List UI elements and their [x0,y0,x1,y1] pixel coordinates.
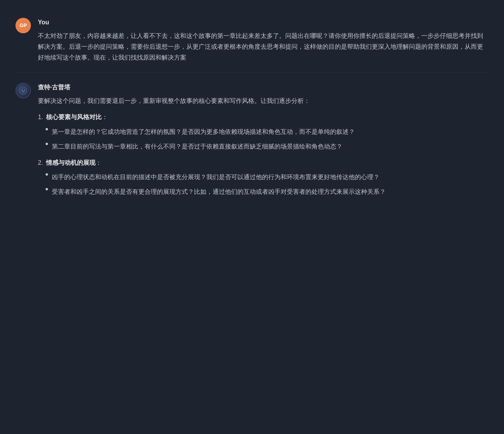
bot-sections-list: 1. 核心要素与风格对比： 第一章是怎样的？它成功地营造了怎样的氛围？是否因为更… [38,112,489,197]
section-1-label-text: 核心要素与风格对比： [46,112,108,122]
section-2-bullet-2: 受害者和凶手之间的关系是否有更合理的展现方式？比如，通过他们的互动或者凶手对受害… [46,186,489,197]
section-2-number: 2. [38,157,43,168]
user-message-text: 不太对劲了朋友，内容越来越差，让人看不下去，这和这个故事的第一章比起来差太多了。… [38,31,489,63]
svg-point-0 [20,87,27,94]
section-1-bullet-2-text: 第二章目前的写法与第一章相比，有什么不同？是否过于依赖直接叙述而缺乏细腻的场景描… [52,141,342,152]
section-2-bullet-2-text: 受害者和凶手之间的关系是否有更合理的展现方式？比如，通过他们的互动或者凶手对受害… [52,186,386,197]
bullet-dot-icon [46,173,48,176]
section-2-header: 2. 情感与动机的展现： [38,157,489,168]
user-sender-name: You [38,17,489,27]
section-1-bullet-1: 第一章是怎样的？它成功地营造了怎样的氛围？是否因为更多地依赖现场描述和角色互动，… [46,126,489,137]
section-2-colon: ： [95,159,102,166]
section-1-header: 1. 核心要素与风格对比： [38,112,489,122]
section-2-label-text: 情感与动机的展现： [46,157,102,168]
section-2-bullets: 凶手的心理状态和动机在目前的描述中是否被充分展现？我们是否可以通过他的行为和环境… [38,172,489,197]
chat-container: GP You 不太对劲了朋友，内容越来越差，让人看不下去，这和这个故事的第一章比… [0,0,504,220]
section-1-label: 核心要素与风格对比 [46,114,102,120]
section-2-label: 情感与动机的展现 [46,159,95,166]
user-avatar: GP [15,18,31,33]
section-2-bullet-1: 凶手的心理状态和动机在目前的描述中是否被充分展现？我们是否可以通过他的行为和环境… [46,172,489,183]
bot-avatar [15,83,31,98]
section-1-bullets: 第一章是怎样的？它成功地营造了怎样的氛围？是否因为更多地依赖现场描述和角色互动，… [38,126,489,152]
bullet-dot-icon [46,128,48,130]
section-1-number: 1. [38,112,43,122]
bot-message: 查特·古普塔 要解决这个问题，我们需要退后一步，重新审视整个故事的核心要素和写作… [15,72,489,212]
bot-avatar-icon [19,86,27,95]
user-message: GP You 不太对劲了朋友，内容越来越差，让人看不下去，这和这个故事的第一章比… [15,8,489,72]
bullet-dot-icon [46,143,48,145]
bot-avatar-inner [16,84,30,97]
bot-intro-text: 要解决这个问题，我们需要退后一步，重新审视整个故事的核心要素和写作风格。让我们逐… [38,96,489,106]
bot-sender-name: 查特·古普塔 [38,82,489,92]
section-1-bullet-2: 第二章目前的写法与第一章相比，有什么不同？是否过于依赖直接叙述而缺乏细腻的场景描… [46,141,489,152]
section-2-bullet-1-text: 凶手的心理状态和动机在目前的描述中是否被充分展现？我们是否可以通过他的行为和环境… [52,172,380,183]
user-message-content: You 不太对劲了朋友，内容越来越差，让人看不下去，这和这个故事的第一章比起来差… [38,17,489,63]
svg-point-2 [24,90,25,91]
bot-section-1: 1. 核心要素与风格对比： 第一章是怎样的？它成功地营造了怎样的氛围？是否因为更… [38,112,489,152]
bot-section-2: 2. 情感与动机的展现： 凶手的心理状态和动机在目前的描述中是否被充分展现？我们… [38,157,489,197]
bullet-dot-icon [46,188,48,190]
svg-point-1 [22,90,23,91]
section-1-colon: ： [102,114,108,120]
bot-message-content: 查特·古普塔 要解决这个问题，我们需要退后一步，重新审视整个故事的核心要素和写作… [38,82,489,203]
section-1-bullet-1-text: 第一章是怎样的？它成功地营造了怎样的氛围？是否因为更多地依赖现场描述和角色互动，… [52,126,355,137]
user-avatar-initials: GP [20,21,27,30]
